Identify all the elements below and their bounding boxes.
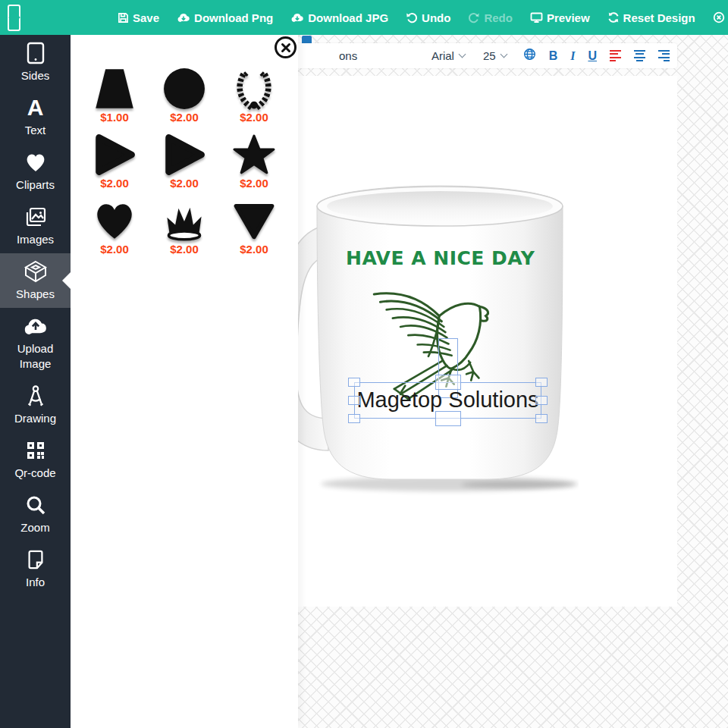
- resize-handle-top-left[interactable]: [348, 378, 360, 387]
- letter-a-icon: A: [27, 96, 44, 119]
- shape-tile-play-triangle[interactable]: $2.00: [80, 133, 149, 190]
- cloud-download-icon: [290, 12, 304, 24]
- selected-text-object[interactable]: Magetop Solutions: [354, 382, 541, 419]
- heart-shape-icon: [93, 199, 136, 242]
- text-format-toolbar: ons Arial 25 B I U: [260, 43, 677, 68]
- align-left-button[interactable]: [610, 50, 621, 62]
- play-triangle-shape-icon: [163, 133, 206, 176]
- magnifier-icon: [25, 494, 46, 516]
- resize-handle-left[interactable]: [348, 396, 360, 405]
- resize-handle-top[interactable]: [435, 375, 461, 390]
- chevron-down-icon: [500, 51, 507, 58]
- monitor-icon: [530, 11, 543, 24]
- note-page-icon: [25, 548, 46, 571]
- qr-code-icon: [25, 439, 46, 462]
- shape-tile-crown[interactable]: $2.00: [149, 199, 219, 256]
- reset-design-button[interactable]: Reset Design: [607, 11, 695, 24]
- play-triangle-shape-icon: [93, 133, 136, 176]
- shape-grid: $1.00 $2.00 $2.00 $2.00: [71, 34, 298, 256]
- download-jpg-button[interactable]: Download JPG: [290, 11, 388, 24]
- chevron-down-icon: [459, 51, 466, 58]
- language-globe-button[interactable]: [523, 48, 536, 64]
- redo-button[interactable]: Redo: [468, 11, 513, 24]
- sidebar-item-drawing[interactable]: Drawing: [0, 378, 71, 432]
- triangle-down-shape-icon: [233, 199, 275, 242]
- images-icon: [24, 206, 47, 228]
- shape-tile-triangle-down[interactable]: $2.00: [219, 199, 289, 256]
- close-circle-icon: [713, 11, 725, 24]
- align-center-button[interactable]: [634, 50, 645, 62]
- sidebar-item-images[interactable]: Images: [0, 199, 71, 253]
- resize-handle-bottom-left[interactable]: [348, 414, 360, 423]
- design-headline-text[interactable]: HAVE A NICE DAY: [346, 247, 534, 269]
- underline-button[interactable]: U: [588, 50, 597, 62]
- shape-tile-laurel-wreath[interactable]: $2.00: [219, 67, 289, 124]
- font-size-select[interactable]: 25: [483, 49, 507, 62]
- sidebar-item-qr-code[interactable]: Qr-code: [0, 432, 71, 487]
- circle-shape-icon: [163, 67, 206, 110]
- sidebar-item-cliparts[interactable]: Cliparts: [0, 144, 71, 199]
- shape-tile-star[interactable]: $2.00: [219, 133, 289, 190]
- drafting-compass-icon: [24, 384, 47, 407]
- font-size-value: 25: [483, 49, 496, 62]
- shapes-panel: $1.00 $2.00 $2.00 $2.00: [71, 34, 298, 728]
- cloud-upload-icon: [23, 315, 49, 337]
- preview-button[interactable]: Preview: [530, 11, 590, 24]
- shape-tile-play-triangle[interactable]: $2.00: [149, 133, 219, 190]
- sidebar-item-sides[interactable]: Sides: [0, 35, 71, 89]
- undo-button[interactable]: Undo: [406, 11, 450, 24]
- sidebar-item-shapes[interactable]: Shapes: [0, 253, 71, 308]
- resize-handle-right[interactable]: [535, 396, 548, 405]
- partially-hidden-icon: [302, 36, 312, 43]
- resize-handle-top-right[interactable]: [535, 378, 548, 387]
- download-png-button[interactable]: Download Png: [177, 11, 273, 24]
- globe-icon: [523, 48, 536, 61]
- undo-icon: [406, 11, 418, 24]
- app-logo[interactable]: [8, 5, 20, 31]
- design-canvas[interactable]: HAVE A NICE DAY: [298, 76, 677, 607]
- shape-tile-heart[interactable]: $2.00: [80, 199, 149, 256]
- topbar-nav: Save Download Png Download JPG Undo: [118, 11, 728, 24]
- star-shape-icon: [233, 133, 275, 176]
- resize-handle-bottom-right[interactable]: [535, 414, 548, 423]
- close-x-icon: [281, 42, 291, 53]
- trapezoid-shape-icon: [93, 67, 136, 110]
- sidebar-item-info[interactable]: Info: [0, 541, 71, 596]
- cube-icon: [24, 260, 48, 283]
- bold-button[interactable]: B: [549, 50, 558, 62]
- panel-close-button[interactable]: [275, 36, 297, 58]
- italic-button[interactable]: I: [570, 50, 575, 62]
- topbar: Save Download Png Download JPG Undo: [0, 0, 728, 35]
- selected-object-name: ons: [339, 49, 357, 62]
- align-right-button[interactable]: [658, 50, 670, 62]
- save-button[interactable]: Save: [118, 11, 159, 24]
- sidebar: Sides A Text Cliparts Images: [0, 35, 71, 728]
- heart-icon: [24, 151, 47, 174]
- tablet-icon: [26, 42, 46, 64]
- laurel-wreath-shape-icon: [233, 67, 275, 110]
- save-icon: [118, 12, 129, 24]
- font-family-select[interactable]: Arial: [431, 49, 465, 62]
- close-button[interactable]: Close: [713, 11, 728, 24]
- font-family-value: Arial: [431, 49, 454, 62]
- shape-tile-trapezoid[interactable]: $1.00: [80, 67, 149, 124]
- cloud-download-icon: [177, 12, 190, 24]
- resize-handle-bottom[interactable]: [435, 411, 461, 426]
- sidebar-item-zoom[interactable]: Zoom: [0, 487, 71, 541]
- crown-shape-icon: [163, 199, 206, 242]
- refresh-icon: [607, 11, 620, 24]
- sidebar-item-text[interactable]: A Text: [0, 89, 71, 144]
- shape-tile-circle[interactable]: $2.00: [149, 67, 219, 124]
- redo-icon: [468, 11, 480, 24]
- sidebar-item-upload-image[interactable]: Upload Image: [0, 308, 71, 378]
